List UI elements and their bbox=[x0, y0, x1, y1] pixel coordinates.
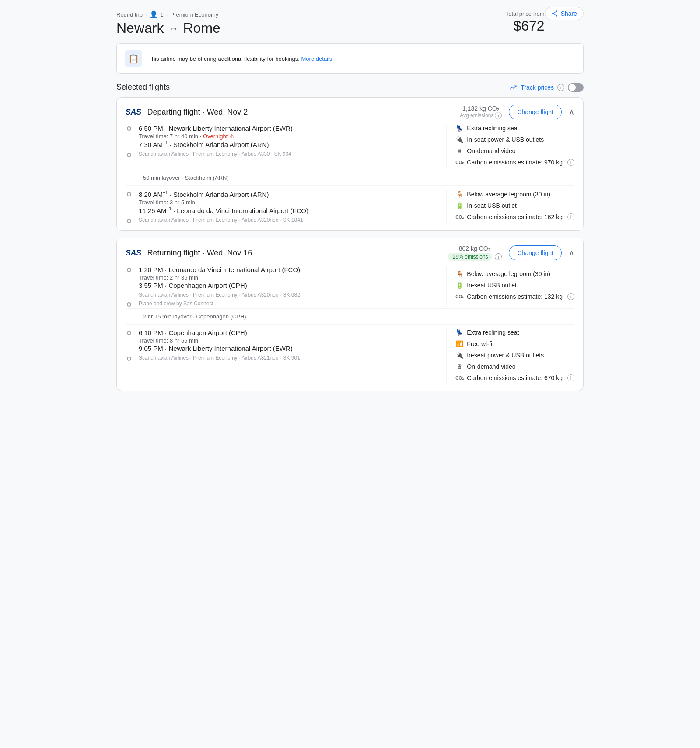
ret2-arrive-time: 9:05 PM · Newark Liberty International A… bbox=[139, 345, 446, 352]
ret2-co2-info-icon[interactable]: i bbox=[567, 374, 574, 381]
emissions-badge: -25% emissions bbox=[448, 253, 492, 261]
co2-icon: CO₂ bbox=[455, 294, 463, 299]
departing-segment-1: 6:50 PM · Newark Liberty International A… bbox=[126, 125, 574, 168]
dep1-amenities: 💺 Extra reclining seat 🔌 In-seat power &… bbox=[446, 125, 574, 168]
timeline-line bbox=[129, 131, 130, 153]
passenger-count: 1 bbox=[161, 11, 164, 18]
departing-flight-card: SAS Departing flight · Wed, Nov 2 1,132 … bbox=[116, 97, 584, 231]
dep2-travel-time: Travel time: 3 hr 5 min bbox=[139, 199, 446, 206]
overnight-warning-icon: ⚠ bbox=[229, 133, 234, 140]
dep1-airline-info: Scandinavian Airlines · Premium Economy … bbox=[139, 151, 446, 157]
returning-change-flight-button[interactable]: Change flight bbox=[509, 245, 562, 260]
returning-co2-info-icon[interactable]: i bbox=[495, 253, 502, 260]
reclining-seat-icon: 💺 bbox=[455, 125, 463, 132]
dep1-arrive-time: 7:30 AM+1 · Stockholm Arlanda Airport (A… bbox=[139, 140, 446, 148]
flexibility-text: This airline may be offering additional … bbox=[148, 56, 300, 62]
ret1-amenities: 🪑 Below average legroom (30 in) 🔋 In-sea… bbox=[446, 266, 574, 307]
origin-city: Newark bbox=[116, 20, 164, 36]
timeline-dot-bottom bbox=[127, 357, 131, 361]
page-header: Round trip · 👤 1 · Premium Economy Newar… bbox=[116, 10, 545, 36]
departing-segment-2: 8:20 AM+1 · Stockholm Arlanda Airport (A… bbox=[126, 190, 574, 223]
more-details-link[interactable]: More details bbox=[301, 56, 332, 62]
timeline-line bbox=[129, 272, 130, 302]
timeline-r1 bbox=[126, 266, 133, 307]
returning-flight-title: Returning flight · Wed, Nov 16 bbox=[147, 248, 252, 258]
flexibility-icon: 📋 bbox=[125, 50, 142, 67]
departing-airline-logo: SAS bbox=[126, 108, 141, 117]
flexibility-banner: 📋 This airline may be offering additiona… bbox=[116, 43, 584, 74]
returning-flight-header: SAS Returning flight · Wed, Nov 16 802 k… bbox=[117, 238, 583, 266]
dep2-depart-time: 8:20 AM+1 · Stockholm Arlanda Airport (A… bbox=[139, 190, 446, 198]
ret1-airline-info: Scandinavian Airlines · Premium Economy … bbox=[139, 292, 446, 298]
returning-co2-info: 802 kg CO₂ -25% emissions i bbox=[448, 245, 502, 261]
timeline-dot-top bbox=[127, 126, 131, 131]
departing-flight-title: Departing flight · Wed, Nov 2 bbox=[147, 108, 248, 117]
timeline-dot-bottom bbox=[127, 153, 131, 157]
trip-meta: Round trip · 👤 1 · Premium Economy bbox=[116, 10, 220, 18]
track-prices-section: Track prices i bbox=[509, 83, 584, 92]
timeline-1 bbox=[126, 125, 133, 157]
legroom-icon: 🪑 bbox=[455, 191, 463, 198]
usb-icon: 🔋 bbox=[455, 282, 463, 289]
ret1-travel-time: Travel time: 2 hr 35 min bbox=[139, 274, 446, 281]
ret2-amenities: 💺 Extra reclining seat 📶 Free wi-fi 🔌 In… bbox=[446, 329, 574, 384]
reclining-seat-icon: 💺 bbox=[455, 329, 463, 336]
ret2-airline-info: Scandinavian Airlines · Premium Economy … bbox=[139, 355, 446, 361]
share-label: Share bbox=[561, 10, 577, 17]
price-label: Total price from bbox=[506, 10, 545, 17]
ret2-travel-time: Travel time: 8 hr 55 min bbox=[139, 337, 446, 344]
timeline-dot-bottom bbox=[127, 302, 131, 307]
dep1-depart-time: 6:50 PM · Newark Liberty International A… bbox=[139, 125, 446, 132]
timeline-dot-top bbox=[127, 192, 131, 196]
departing-co2-info-icon[interactable]: i bbox=[495, 112, 502, 119]
dep1-travel-time: Travel time: 7 hr 40 min · Overnight ⚠ bbox=[139, 133, 446, 140]
destination-city: Rome bbox=[183, 20, 220, 36]
track-prices-info-icon[interactable]: i bbox=[557, 84, 564, 91]
person-icon: 👤 bbox=[150, 10, 158, 18]
returning-co2-value: 802 kg CO₂ bbox=[448, 245, 502, 252]
wifi-icon: 📶 bbox=[455, 340, 463, 347]
dep2-amenities: 🪑 Below average legroom (30 in) 🔋 In-sea… bbox=[446, 190, 574, 223]
ret1-co2-info-icon[interactable]: i bbox=[567, 293, 574, 300]
departing-change-flight-button[interactable]: Change flight bbox=[509, 105, 562, 119]
dep2-co2-info-icon[interactable]: i bbox=[567, 213, 574, 220]
legroom-icon: 🪑 bbox=[455, 270, 463, 277]
power-icon: 🔌 bbox=[455, 136, 463, 143]
usb-icon: 🔋 bbox=[455, 202, 463, 209]
departing-co2-info: 1,132 kg CO₂ Avg emissions i bbox=[460, 105, 502, 119]
returning-segment-1: 1:20 PM · Leonardo da Vinci Internationa… bbox=[126, 266, 574, 307]
route-title: Newark ↔ Rome bbox=[116, 20, 220, 36]
departing-co2-label: Avg emissions bbox=[460, 112, 494, 119]
dep1-co2-info-icon[interactable]: i bbox=[567, 159, 574, 166]
share-button[interactable]: Share bbox=[545, 7, 584, 20]
departing-chevron-icon[interactable]: ∧ bbox=[569, 107, 574, 117]
timeline-dot-top bbox=[127, 331, 131, 335]
departing-segments: 6:50 PM · Newark Liberty International A… bbox=[117, 125, 583, 230]
dep2-airline-info: Scandinavian Airlines · Premium Economy … bbox=[139, 217, 446, 223]
returning-chevron-icon[interactable]: ∧ bbox=[569, 248, 574, 258]
returning-layover-1: 2 hr 15 min layover · Copenhagen (CPH) bbox=[126, 308, 574, 325]
overnight-label: Overnight bbox=[203, 133, 228, 140]
departing-layover-1: 50 min layover · Stockholm (ARN) bbox=[126, 170, 574, 186]
video-icon: 🖥 bbox=[455, 363, 463, 370]
timeline-dot-top bbox=[127, 268, 131, 272]
co2-icon: CO₂ bbox=[455, 160, 463, 165]
selected-flights-header: Selected flights Track prices i bbox=[116, 83, 584, 92]
timeline-r2 bbox=[126, 329, 133, 361]
returning-airline-logo: SAS bbox=[126, 248, 141, 258]
total-price: $672 bbox=[506, 18, 545, 34]
power-icon: 🔌 bbox=[455, 352, 463, 359]
timeline-line bbox=[129, 335, 130, 357]
route-arrow: ↔ bbox=[168, 22, 178, 35]
returning-flight-card: SAS Returning flight · Wed, Nov 16 802 k… bbox=[116, 238, 584, 391]
returning-segment-2: 6:10 PM · Copenhagen Airport (CPH) Trave… bbox=[126, 329, 574, 384]
timeline-2 bbox=[126, 190, 133, 223]
track-prices-toggle[interactable] bbox=[568, 83, 584, 92]
video-icon: 🖥 bbox=[455, 147, 463, 154]
co2-icon: CO₂ bbox=[455, 376, 463, 381]
returning-segments: 1:20 PM · Leonardo da Vinci Internationa… bbox=[117, 266, 583, 391]
ret1-airline-info2: Plane and crew by Sas Connect bbox=[139, 301, 446, 307]
trending-up-icon bbox=[509, 84, 517, 91]
ret1-depart-time: 1:20 PM · Leonardo da Vinci Internationa… bbox=[139, 266, 446, 273]
dep2-arrive-time: 11:25 AM+1 · Leonardo da Vinci Internati… bbox=[139, 206, 446, 214]
